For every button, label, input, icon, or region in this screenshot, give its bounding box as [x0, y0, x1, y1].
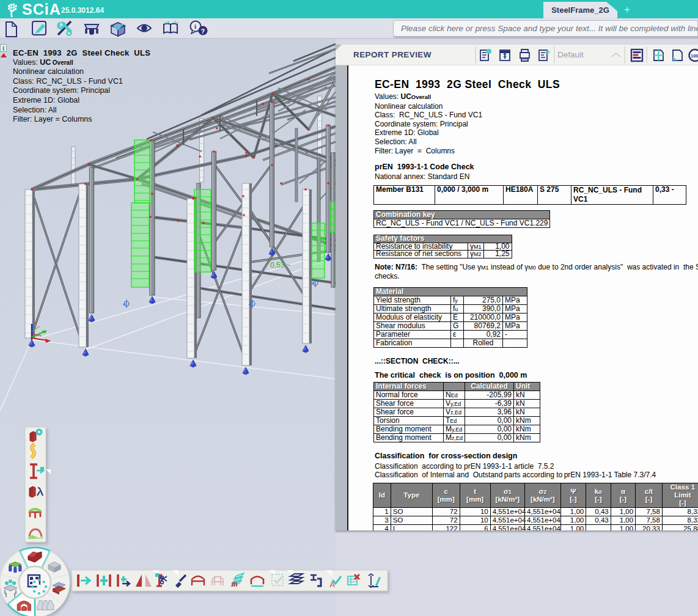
svg-text:100: 100: [691, 53, 698, 59]
svg-text:i: i: [194, 23, 196, 30]
svg-text:Default: Default: [557, 50, 584, 59]
svg-text:0,53 ~: 0,53 ~: [270, 261, 291, 270]
svg-text:?: ?: [201, 28, 205, 35]
